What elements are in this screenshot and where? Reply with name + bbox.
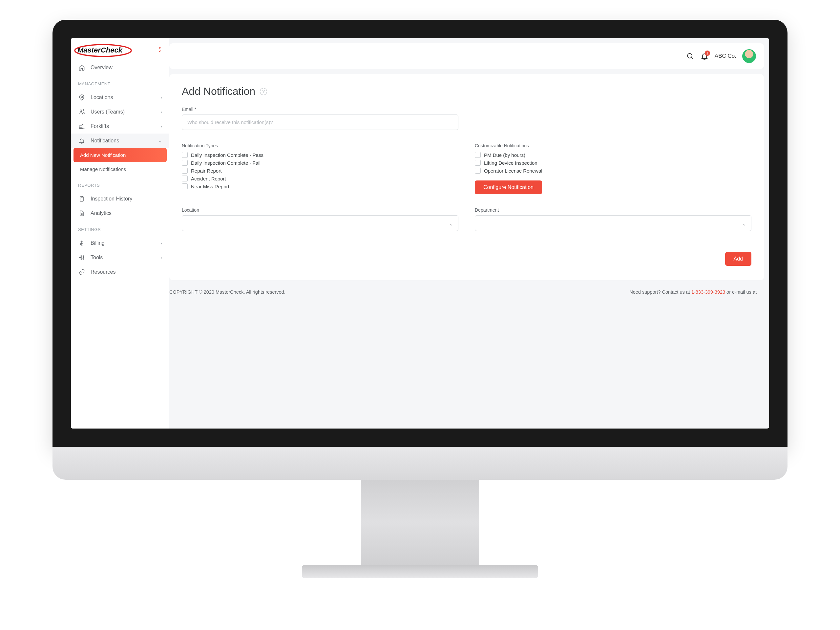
avatar[interactable] bbox=[742, 49, 756, 63]
pin-icon bbox=[78, 94, 85, 101]
sidebar-item-label: Resources bbox=[90, 269, 115, 275]
link-icon bbox=[78, 268, 85, 276]
check-row-nearmiss: Near Miss Report bbox=[182, 182, 458, 190]
notification-badge: 1 bbox=[705, 51, 710, 56]
footer: COPYRIGHT © 2020 MasterCheck. All rights… bbox=[169, 280, 769, 295]
sidebar-item-label: Locations bbox=[90, 95, 113, 100]
sliders-icon bbox=[78, 254, 85, 261]
sidebar-item-label: Analytics bbox=[90, 210, 112, 216]
add-button[interactable]: Add bbox=[725, 252, 752, 266]
sidebar-item-users[interactable]: Users (Teams) › bbox=[71, 105, 169, 119]
checkbox-pass[interactable] bbox=[182, 152, 188, 158]
chevron-down-icon: ⌄ bbox=[158, 138, 162, 144]
sidebar-item-notifications[interactable]: Notifications ⌄ bbox=[71, 134, 169, 148]
sidebar-subitem-add-notification[interactable]: Add New Notification bbox=[74, 148, 167, 162]
check-row-lifting: Lifting Device Inspection bbox=[475, 159, 752, 167]
help-icon[interactable]: ? bbox=[260, 88, 267, 95]
check-label: Operator License Renewal bbox=[484, 168, 542, 174]
sidebar-item-label: Notifications bbox=[90, 138, 119, 144]
sidebar-item-label: Forklifts bbox=[90, 123, 109, 129]
checkbox-repair[interactable] bbox=[182, 168, 188, 174]
sidebar-collapse-icon[interactable] bbox=[157, 47, 163, 54]
sidebar-item-resources[interactable]: Resources bbox=[71, 265, 169, 279]
chevron-right-icon: › bbox=[161, 124, 162, 129]
section-head-reports: REPORTS bbox=[71, 176, 169, 192]
sidebar-item-overview[interactable]: Overview bbox=[71, 60, 169, 75]
logo-area: MasterCheck bbox=[71, 38, 169, 60]
company-name: ABC Co. bbox=[715, 53, 736, 59]
chevron-right-icon: › bbox=[161, 95, 162, 100]
section-head-management: MANAGEMENT bbox=[71, 75, 169, 90]
sidebar-item-forklifts[interactable]: Forklifts › bbox=[71, 119, 169, 134]
checkbox-nearmiss[interactable] bbox=[182, 183, 188, 189]
monitor-chin bbox=[52, 447, 788, 480]
copyright: COPYRIGHT © 2020 MasterCheck. All rights… bbox=[169, 289, 286, 295]
svg-point-9 bbox=[81, 258, 82, 259]
page-title: Add Notification bbox=[182, 85, 255, 98]
check-label: Accident Report bbox=[191, 176, 226, 182]
customizable-list: PM Due (by hours) Lifting Device Inspect… bbox=[475, 151, 752, 175]
sidebar-item-locations[interactable]: Locations › bbox=[71, 90, 169, 105]
sidebar-item-inspection-history[interactable]: Inspection History bbox=[71, 192, 169, 206]
topbar: 1 ABC Co. bbox=[169, 43, 764, 69]
check-label: Repair Report bbox=[191, 168, 221, 174]
check-row-pass: Daily Inspection Complete - Pass bbox=[182, 151, 458, 159]
search-icon[interactable] bbox=[686, 52, 694, 60]
email-input[interactable] bbox=[182, 115, 458, 130]
sidebar-item-tools[interactable]: Tools › bbox=[71, 250, 169, 265]
forklift-icon bbox=[78, 123, 85, 130]
home-icon bbox=[78, 64, 85, 71]
department-label: Department bbox=[475, 207, 752, 213]
support-phone-link[interactable]: 1-833-399-3923 bbox=[692, 289, 725, 295]
checkbox-fail[interactable] bbox=[182, 160, 188, 166]
checkbox-accident[interactable] bbox=[182, 175, 188, 182]
svg-point-2 bbox=[80, 110, 82, 112]
check-row-license: Operator License Renewal bbox=[475, 167, 752, 175]
chevron-right-icon: › bbox=[161, 255, 162, 260]
page-title-row: Add Notification ? bbox=[182, 85, 752, 98]
sidebar-item-billing[interactable]: Billing › bbox=[71, 236, 169, 250]
notifications-icon[interactable]: 1 bbox=[700, 52, 709, 60]
support-text: Need support? Contact us at 1-833-399-39… bbox=[629, 289, 757, 295]
sidebar-item-analytics[interactable]: Analytics bbox=[71, 206, 169, 221]
sidebar-item-label: Inspection History bbox=[90, 196, 132, 202]
department-select[interactable] bbox=[475, 215, 752, 231]
monitor-base bbox=[302, 565, 538, 578]
svg-point-1 bbox=[81, 96, 83, 98]
checkbox-license[interactable] bbox=[475, 168, 481, 174]
sidebar-item-label: Users (Teams) bbox=[90, 109, 125, 115]
svg-point-11 bbox=[687, 54, 692, 58]
brand-logo: MasterCheck bbox=[77, 46, 122, 54]
check-row-repair: Repair Report bbox=[182, 167, 458, 175]
monitor-stand bbox=[361, 480, 479, 565]
users-icon bbox=[78, 108, 85, 115]
email-field-block: Email * bbox=[182, 107, 458, 130]
checkbox-lifting[interactable] bbox=[475, 160, 481, 166]
customizable-label: Customizable Notifications bbox=[475, 143, 752, 148]
check-label: Daily Inspection Complete - Fail bbox=[191, 160, 261, 166]
email-label: Email * bbox=[182, 107, 458, 112]
check-label: Lifting Device Inspection bbox=[484, 160, 537, 166]
checkbox-pm[interactable] bbox=[475, 152, 481, 158]
button-row: Add bbox=[182, 252, 752, 266]
svg-point-8 bbox=[79, 257, 81, 258]
check-label: PM Due (by hours) bbox=[484, 152, 525, 158]
svg-point-4 bbox=[79, 128, 81, 129]
section-head-settings: SETTINGS bbox=[71, 221, 169, 236]
configure-notification-button[interactable]: Configure Notification bbox=[475, 180, 542, 194]
screen: MasterCheck Overview MANAGEMENT Location… bbox=[71, 38, 769, 428]
svg-point-5 bbox=[81, 128, 82, 129]
notification-types-list: Daily Inspection Complete - Pass Daily I… bbox=[182, 151, 458, 190]
check-label: Near Miss Report bbox=[191, 184, 229, 189]
sidebar-subitem-manage-notifications[interactable]: Manage Notifications bbox=[71, 162, 169, 176]
monitor-frame: MasterCheck Overview MANAGEMENT Location… bbox=[52, 20, 788, 447]
chevron-right-icon: › bbox=[161, 240, 162, 246]
department-field-block: Department ⌄ bbox=[475, 207, 752, 231]
sidebar-item-label: Billing bbox=[90, 240, 105, 246]
location-select[interactable] bbox=[182, 215, 458, 231]
sidebar-item-label: Tools bbox=[90, 255, 103, 261]
dollar-icon bbox=[78, 240, 85, 247]
chevron-right-icon: › bbox=[161, 109, 162, 115]
location-field-block: Location ⌄ bbox=[182, 207, 458, 231]
bell-icon bbox=[78, 137, 85, 144]
